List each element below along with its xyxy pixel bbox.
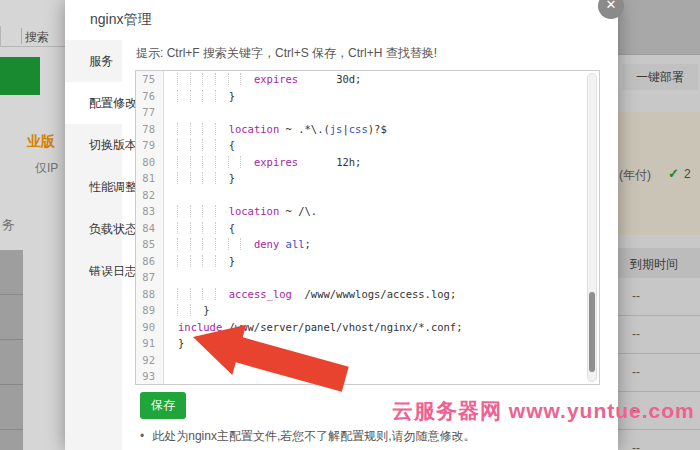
line-number: 90 xyxy=(136,321,164,338)
editor-line: 80 expires 12h; xyxy=(136,156,599,173)
line-number: 86 xyxy=(136,255,164,272)
code-text: { xyxy=(164,222,235,239)
line-number: 76 xyxy=(136,90,164,107)
dialog-header: nginx管理 xyxy=(65,0,618,40)
code-text: { xyxy=(164,139,235,156)
code-text: location ~ .*\.(js|css)?$ xyxy=(164,123,387,140)
code-text: expires 30d; xyxy=(164,73,361,90)
code-text: deny all; xyxy=(164,238,311,255)
code-text: } xyxy=(164,172,235,189)
sidebar-tab-2[interactable]: 配置修改 xyxy=(65,82,122,124)
line-number: 87 xyxy=(136,271,164,288)
editor-line: 84 { xyxy=(136,222,599,239)
note-bullet: • xyxy=(140,429,144,443)
sidebar-tab-4[interactable]: 性能调整 xyxy=(65,166,122,208)
editor-line: 81 } xyxy=(136,172,599,189)
sidebar-tab-5[interactable]: 负载状态 xyxy=(65,208,122,250)
line-number: 84 xyxy=(136,222,164,239)
editor-line: 85 deny all; xyxy=(136,238,599,255)
line-number: 93 xyxy=(136,370,164,385)
line-number: 88 xyxy=(136,288,164,305)
sidebar-tab-6[interactable]: 错误日志 xyxy=(65,250,122,292)
editor-line: 87 xyxy=(136,271,599,288)
code-text: location ~ /\. xyxy=(164,205,317,222)
code-text: } xyxy=(164,90,235,107)
line-number: 91 xyxy=(136,337,164,354)
line-number: 81 xyxy=(136,172,164,189)
scrollbar-thumb[interactable] xyxy=(589,292,595,372)
line-number: 78 xyxy=(136,123,164,140)
line-number: 79 xyxy=(136,139,164,156)
editor-line: 86 } xyxy=(136,255,599,272)
sidebar-tab-3[interactable]: 切换版本 xyxy=(65,124,122,166)
editor-scrollbar[interactable] xyxy=(587,73,597,382)
note-text: 此处为nginx主配置文件,若您不了解配置规则,请勿随意修改。 xyxy=(152,429,475,443)
sidebar-tab-1[interactable]: 服务 xyxy=(65,40,122,82)
editor-line: 88 access_log /www/wwwlogs/access.log; xyxy=(136,288,599,305)
dialog-title: nginx管理 xyxy=(90,11,151,29)
code-text: access_log /www/wwwlogs/access.log; xyxy=(164,288,456,305)
editor-line: 79 { xyxy=(136,139,599,156)
editor-line: 78 location ~ .*\.(js|css)?$ xyxy=(136,123,599,140)
editor-line: 82 xyxy=(136,189,599,206)
annotation-arrow xyxy=(170,320,370,400)
editor-line: 83 location ~ /\. xyxy=(136,205,599,222)
line-number: 89 xyxy=(136,304,164,321)
editor-hint: 提示: Ctrl+F 搜索关键字，Ctrl+S 保存，Ctrl+H 查找替换! xyxy=(136,45,437,62)
code-text xyxy=(164,106,178,123)
code-text: expires 12h; xyxy=(164,156,361,173)
code-text: } xyxy=(164,255,235,272)
line-number: 82 xyxy=(136,189,164,206)
editor-line: 76 } xyxy=(136,90,599,107)
dialog-sidebar: 服务配置修改切换版本性能调整负载状态错误日志 xyxy=(65,40,122,450)
line-number: 75 xyxy=(136,73,164,90)
line-number: 77 xyxy=(136,106,164,123)
line-number: 85 xyxy=(136,238,164,255)
editor-line: 75 expires 30d; xyxy=(136,73,599,90)
code-text xyxy=(164,271,178,288)
line-number: 83 xyxy=(136,205,164,222)
config-note: •此处为nginx主配置文件,若您不了解配置规则,请勿随意修改。 xyxy=(140,428,476,445)
editor-line: 89 } xyxy=(136,304,599,321)
line-number: 80 xyxy=(136,156,164,173)
editor-line: 77 xyxy=(136,106,599,123)
code-text: } xyxy=(164,304,210,321)
close-icon: ✕ xyxy=(606,0,617,12)
watermark: 云服务器网 www.yuntue.com xyxy=(392,397,695,425)
line-number: 92 xyxy=(136,354,164,371)
code-text xyxy=(164,189,178,206)
